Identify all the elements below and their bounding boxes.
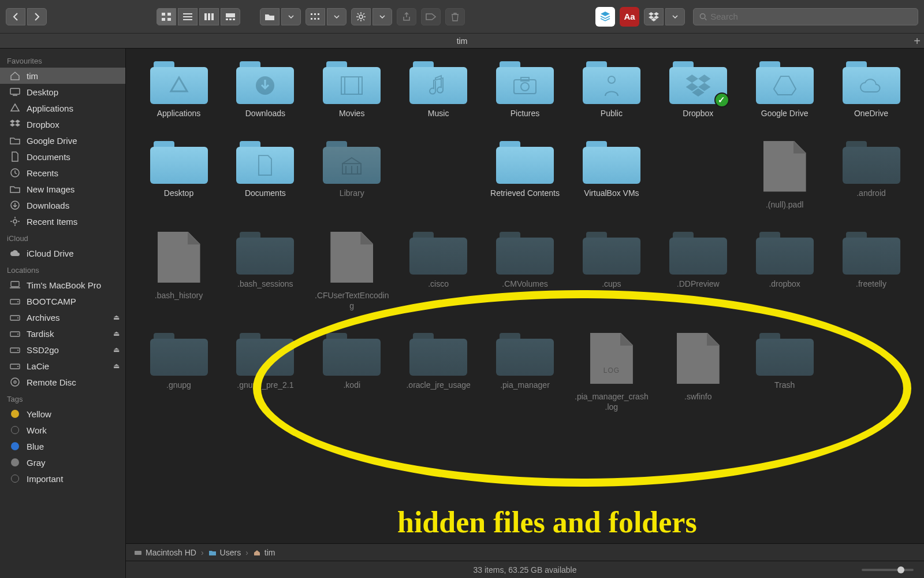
svg-point-51 [11,378,19,386]
grid-item[interactable]: Music [400,61,478,119]
tags-button[interactable] [421,8,441,25]
eject-icon[interactable]: ⏏ [113,313,120,321]
grid-item[interactable]: .swfinfo [659,333,737,412]
icon-grid-area[interactable]: ApplicationsDownloadsMoviesMusicPictures… [126,49,924,543]
grid-item[interactable]: Google Drive [746,61,824,119]
grid-item[interactable]: ✓Dropbox [659,61,737,119]
sidebar-item-remote-disc[interactable]: Remote Disc [0,374,125,390]
sidebar-item-google-drive[interactable]: Google Drive [0,132,125,149]
grid-item[interactable]: OneDrive [832,61,910,119]
grid-item[interactable]: .bash_history [140,232,218,311]
sidebar-item-tim-s-macbook-pro[interactable]: Tim's MacBook Pro [0,277,125,293]
icon-size-slider[interactable] [862,569,914,571]
grid-item[interactable]: .bash_sessions [226,232,304,311]
grid-item[interactable]: Documents [226,141,304,210]
grid-item[interactable]: .dropbox [746,232,824,311]
disc-icon [9,376,21,388]
app-shortcut-1[interactable] [595,7,615,27]
sidebar-item-recent-items[interactable]: Recent Items [0,213,125,229]
grid-item[interactable]: .gnupg [140,333,218,412]
gallery-view-button[interactable] [221,8,240,25]
grid-item[interactable]: .gnupg_pre_2.1 [226,333,304,412]
search-field[interactable] [693,8,918,25]
folder-mini-icon [208,549,217,556]
sidebar-item-applications[interactable]: Applications [0,100,125,116]
path-segment[interactable]: Users [208,548,241,557]
sidebar-item-new-images[interactable]: New Images [0,181,125,197]
grid-item[interactable]: .freetelly [832,232,910,311]
grid-item[interactable]: Retrieved Contents [486,141,564,210]
grid-item[interactable]: Pictures [486,61,564,119]
grid-item[interactable]: Downloads [226,61,304,119]
trash-icon [451,12,459,21]
grid-item[interactable]: Movies [313,61,391,119]
grid-item[interactable]: .CMVolumes [486,232,564,311]
sidebar-item-recents[interactable]: Recents [0,165,125,181]
grid-item[interactable]: .CFUserTextEncoding [313,232,391,311]
path-segment[interactable]: Macintosh HD [134,548,196,557]
list-view-button[interactable] [178,8,198,25]
share-button[interactable] [397,8,416,25]
new-tab-button[interactable]: + [914,35,921,48]
sidebar-item-tim[interactable]: tim [0,68,125,84]
grid-item[interactable]: Applications [140,61,218,119]
svg-rect-5 [183,16,192,17]
grid-item[interactable]: Library [313,141,391,210]
grid-item[interactable]: .android [832,141,910,210]
path-segment[interactable]: tim [253,548,275,557]
grid-item[interactable]: .cisco [400,232,478,311]
grid-item[interactable]: Desktop [140,141,218,210]
delete-button[interactable] [445,8,465,25]
eject-icon[interactable]: ⏏ [113,329,120,338]
sidebar-item-dropbox[interactable]: Dropbox [0,116,125,132]
action-button[interactable] [351,8,371,25]
sidebar-item-ssd2go[interactable]: SSD2go⏏ [0,342,125,358]
sidebar-item-work[interactable]: Work [0,422,125,438]
dropbox-toolbar-menu[interactable] [665,8,685,25]
icon-view-button[interactable] [157,8,176,25]
svg-rect-0 [162,13,165,16]
sidebar-item-yellow[interactable]: Yellow [0,406,125,422]
sidebar-item-tardisk[interactable]: Tardisk⏏ [0,325,125,342]
eject-icon[interactable]: ⏏ [113,362,120,370]
chevron-left-icon [13,13,18,21]
sidebar-item-lacie[interactable]: LaCie⏏ [0,358,125,374]
grid-item[interactable]: Trash [746,333,824,412]
column-view-button[interactable] [199,8,219,25]
app-shortcut-dictionary[interactable]: Aa [620,7,639,27]
grid-item[interactable]: LOG.pia_manager_crash.log [572,333,650,412]
arrange-button[interactable] [305,8,325,25]
search-input[interactable] [710,12,912,21]
grid-item[interactable]: Public [572,61,650,119]
sidebar-item-archives[interactable]: Archives⏏ [0,309,125,325]
sidebar-item-bootcamp[interactable]: BOOTCAMP [0,293,125,309]
grid-item[interactable]: .DDPreview [659,232,737,311]
eject-icon[interactable]: ⏏ [113,346,120,354]
sidebar-item-label: LaCie [27,361,49,371]
grid-item[interactable]: VirtualBox VMs [572,141,650,210]
grid-item[interactable]: .pia_manager [486,333,564,412]
sidebar-item-gray[interactable]: Gray [0,454,125,470]
view-mode-buttons [157,8,240,25]
group-by-menu[interactable] [281,8,301,25]
grid-item-label: Google Drive [761,109,808,119]
grid-item[interactable]: .(null).padl [746,141,824,210]
folder-icon [843,61,900,104]
grid-item[interactable]: .oracle_jre_usage [400,333,478,412]
window-title-bar: tim + [0,34,924,49]
folder-icon [323,333,381,376]
sidebar-item-important[interactable]: Important [0,470,125,487]
grid-item[interactable]: .kodi [313,333,391,412]
grid-item[interactable]: .cups [572,232,650,311]
back-button[interactable] [6,8,25,25]
sidebar-item-icloud-drive[interactable]: iCloud Drive [0,245,125,261]
action-menu[interactable] [372,8,392,25]
dropbox-toolbar-button[interactable] [644,8,664,25]
sidebar-item-blue[interactable]: Blue [0,438,125,454]
sidebar-item-documents[interactable]: Documents [0,149,125,165]
group-by-button[interactable] [260,8,280,25]
forward-button[interactable] [27,8,47,25]
arrange-menu[interactable] [327,8,346,25]
sidebar-item-downloads[interactable]: Downloads [0,197,125,213]
sidebar-item-desktop[interactable]: Desktop [0,84,125,100]
